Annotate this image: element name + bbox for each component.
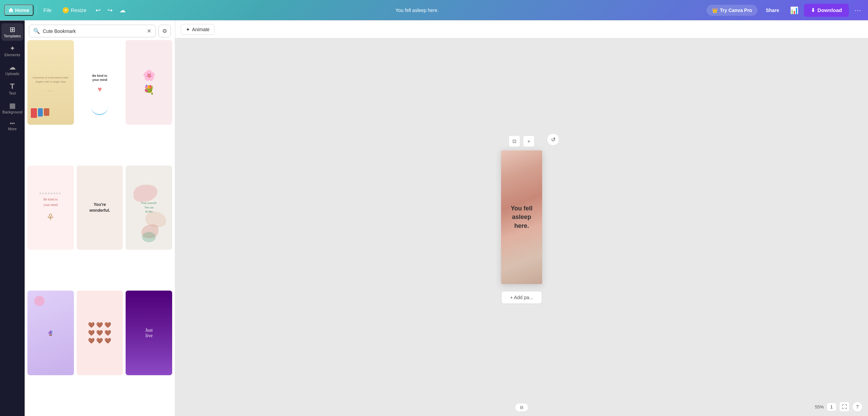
bookmark-wrapper: ⊡ + ↺ You fell asleep here. <box>501 150 542 284</box>
template-card[interactable]: 🔮 <box>27 291 74 375</box>
animate-button[interactable]: ✦ Animate <box>181 24 215 35</box>
sidebar-icons: ⊞ Templates ✦ Elements ☁ Uploads T Text … <box>0 21 25 416</box>
canvas-footer: 55% 1 ⛶ ? <box>815 402 863 412</box>
cloud-save-button[interactable]: ☁ <box>117 4 128 16</box>
heart-item: 🤎 <box>104 330 111 336</box>
canvas-area: ✦ Animate ⊡ + ↺ You fell asleep here. <box>175 21 868 416</box>
template-card[interactable]: REMEMBER Be kind toyour mind ⚘ <box>27 166 74 250</box>
fullscreen-icon: ⛶ <box>842 404 847 409</box>
sidebar-item-templates[interactable]: ⊞ Templates <box>1 23 23 41</box>
sidebar-item-more-label: More <box>8 127 16 131</box>
bookmark-text: You fell asleep here. <box>501 199 542 236</box>
heart-item: 🤎 <box>88 322 95 328</box>
search-clear-button[interactable]: ✕ <box>147 28 151 34</box>
search-icon: 🔍 <box>33 28 40 34</box>
home-label: Home <box>15 7 29 13</box>
sidebar-item-more[interactable]: ••• More <box>1 118 23 134</box>
page-indicator[interactable]: 1 <box>827 403 837 411</box>
download-icon: ⬇ <box>811 7 815 13</box>
help-button[interactable]: ? <box>852 402 863 412</box>
main-layout: ⊞ Templates ✦ Elements ☁ Uploads T Text … <box>0 21 868 416</box>
nav-separator <box>36 5 37 15</box>
redo-button[interactable]: ↪ <box>105 4 115 16</box>
hearts-grid: 🤎 🤎 🤎 🤎 🤎 🤎 🤎 🤎 🤎 <box>84 318 115 348</box>
sidebar-item-uploads[interactable]: ☁ Uploads <box>1 61 23 78</box>
template-card[interactable]: Trust yourself.You cando this <box>126 166 172 250</box>
template-card[interactable]: Justlive <box>126 291 172 375</box>
canvas-content: ⊡ + ↺ You fell asleep here. + Add pa... <box>175 38 868 416</box>
templates-panel: 🔍 ✕ ⚙ A journey of a thousand miles begi… <box>25 21 175 416</box>
sidebar-item-text-label: Text <box>9 91 16 95</box>
resize-label: Resize <box>71 7 87 13</box>
sidebar-item-text[interactable]: T Text <box>1 80 23 98</box>
search-input-wrap: 🔍 ✕ <box>29 25 156 37</box>
download-button[interactable]: ⬇ Download <box>804 4 849 17</box>
sidebar-item-elements[interactable]: ✦ Elements <box>1 42 23 60</box>
bookmark-design[interactable]: You fell asleep here. <box>501 150 542 284</box>
zoom-level: 55% <box>815 404 824 409</box>
heart-item: 🤎 <box>88 330 95 336</box>
canvas-work-area: ⊡ + ↺ You fell asleep here. + Add pa... <box>501 150 542 304</box>
canvas-toolbar: ✦ Animate <box>175 21 868 38</box>
heart-item: 🤎 <box>104 322 111 328</box>
animate-icon: ✦ <box>186 27 190 32</box>
heart-item: 🤎 <box>96 330 103 336</box>
more-icon: ••• <box>10 121 15 126</box>
download-label: Download <box>817 7 842 13</box>
template-card[interactable]: 🤎 🤎 🤎 🤎 🤎 🤎 🤎 🤎 🤎 <box>77 291 123 375</box>
crown-icon: 👑 <box>712 8 718 13</box>
top-navigation: Home File ✦ Resize ↩ ↪ ☁ You fell asleep… <box>0 0 868 21</box>
text-icon: T <box>10 83 14 90</box>
try-pro-button[interactable]: 👑 Try Canva Pro <box>706 5 757 16</box>
undo-button[interactable]: ↩ <box>93 4 103 16</box>
templates-grid: A journey of a thousand miles begins wit… <box>25 40 175 416</box>
heart-item: 🤎 <box>104 338 111 344</box>
search-bar: 🔍 ✕ ⚙ <box>25 21 175 40</box>
search-input[interactable] <box>43 28 144 34</box>
sidebar-item-background-label: Background <box>2 110 23 114</box>
template-card[interactable]: You'rewonderful. <box>77 166 123 250</box>
template-card[interactable]: A journey of a thousand miles begins wit… <box>27 40 74 125</box>
sidebar-item-uploads-label: Uploads <box>5 72 19 76</box>
background-icon: ▦ <box>9 102 16 109</box>
more-options-button[interactable]: ⋯ <box>852 4 864 16</box>
sidebar-item-elements-label: Elements <box>4 53 20 57</box>
page-number: 1 <box>830 404 833 409</box>
try-pro-label: Try Canva Pro <box>720 8 752 13</box>
fullscreen-button[interactable]: ⛶ <box>839 402 850 412</box>
bookmark-refresh-button[interactable]: ↺ <box>547 133 559 146</box>
add-page-button[interactable]: + Add pa... <box>501 291 542 304</box>
sidebar-item-background[interactable]: ▦ Background <box>1 99 23 117</box>
file-button[interactable]: File <box>39 5 56 15</box>
home-button[interactable]: Home <box>4 4 34 16</box>
resize-coin-icon: ✦ <box>63 7 69 13</box>
template-card[interactable]: 🌸 💐 <box>126 40 172 125</box>
help-icon: ? <box>856 404 859 409</box>
resize-button[interactable]: ✦ Resize <box>59 5 91 15</box>
share-button[interactable]: Share <box>760 5 784 16</box>
animate-label: Animate <box>192 27 209 32</box>
show-pages-button[interactable]: ⊟ <box>515 403 528 412</box>
filter-icon: ⚙ <box>162 28 167 34</box>
templates-icon: ⊞ <box>10 26 15 33</box>
document-title: You fell asleep here. <box>130 8 704 13</box>
remember-text: REMEMBER <box>40 192 62 195</box>
bookmark-add-button[interactable]: + <box>523 135 535 147</box>
sidebar-item-templates-label: Templates <box>4 34 21 38</box>
bookmark-floating-toolbar: ⊡ + <box>509 135 535 147</box>
show-pages-icon: ⊟ <box>520 405 523 410</box>
template-card[interactable]: Be kind toyour mind ♥ <box>77 40 123 125</box>
filter-button[interactable]: ⚙ <box>158 25 171 37</box>
uploads-icon: ☁ <box>9 64 16 71</box>
stats-button[interactable]: 📊 <box>787 4 801 16</box>
heart-item: 🤎 <box>96 322 103 328</box>
bookmark-frame-button[interactable]: ⊡ <box>509 135 520 147</box>
elements-icon: ✦ <box>10 45 15 52</box>
heart-item: 🤎 <box>96 338 103 344</box>
heart-item: 🤎 <box>88 338 95 344</box>
